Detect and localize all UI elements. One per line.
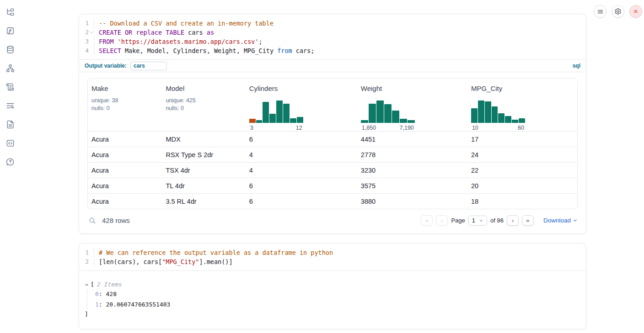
sql-code-editor[interactable]: 1-- Download a CSV and create an in-memo… <box>79 14 586 59</box>
table-cell: 6 <box>246 178 357 193</box>
table-cell: 20 <box>467 178 577 193</box>
line-number: 4 <box>79 46 94 55</box>
output-variable-input[interactable] <box>130 62 167 70</box>
tree-open-bracket: [ <box>91 280 94 289</box>
datasources-icon <box>6 45 15 54</box>
chevrons-right-icon: » <box>526 217 529 224</box>
table-cell: RSX Type S 2dr <box>162 147 245 162</box>
variables-icon <box>6 26 15 35</box>
first-page-button[interactable]: « <box>421 215 433 226</box>
scratchpad-button[interactable] <box>5 81 16 92</box>
line-number: 1 <box>79 19 94 28</box>
topbar-controls <box>594 5 642 18</box>
histogram-bar <box>392 111 399 123</box>
chevron-down-icon <box>479 218 483 223</box>
histogram-bar <box>283 104 290 123</box>
tree-entry: 0: 428 <box>95 289 586 300</box>
histogram-bar <box>256 120 263 123</box>
sql-cell: 1-- Download a CSV and create an in-memo… <box>79 14 586 234</box>
snippets-button[interactable] <box>5 137 16 148</box>
table-footer: 428 rows « ‹ Page 1 of 86 › » Download <box>87 209 578 233</box>
previous-page-button[interactable]: ‹ <box>436 215 448 226</box>
page-select[interactable]: 1 <box>468 216 487 226</box>
line-number: 3 <box>79 37 94 46</box>
download-button[interactable]: Download <box>543 217 578 224</box>
histogram-bar <box>376 100 384 123</box>
dependency-graph-button[interactable] <box>5 63 16 74</box>
table-cell: 3.5 RL 4dr <box>162 194 245 209</box>
histogram-bar <box>505 116 511 123</box>
table-cell: MDX <box>162 132 245 147</box>
next-page-button[interactable]: › <box>507 215 519 226</box>
code-line: 3FROM 'https://datasets.marimo.app/cars.… <box>79 37 586 46</box>
table-cell: 4 <box>246 147 357 162</box>
documentation-button[interactable] <box>5 119 16 130</box>
python-code-editor[interactable]: 1# We can reference the output variable … <box>79 243 586 270</box>
table-cell: TSX 4dr <box>162 163 245 178</box>
histogram-bar <box>492 106 498 123</box>
last-page-button[interactable]: » <box>522 215 534 226</box>
table-cell: Acura <box>88 163 162 178</box>
line-number: 2 <box>79 28 94 37</box>
column-header-make[interactable]: Makeunique: 38nulls: 0 <box>88 85 162 131</box>
histogram-bar <box>276 100 283 123</box>
tree-root: [2 Items <box>85 280 586 289</box>
data-table: Makeunique: 38nulls: 0Modelunique: 425nu… <box>87 78 578 209</box>
table-cell: Acura <box>88 194 162 209</box>
table-cell: 6 <box>246 132 357 147</box>
file-explorer-button[interactable] <box>5 6 16 17</box>
code-line: 1-- Download a CSV and create an in-memo… <box>79 19 586 28</box>
datasources-button[interactable] <box>5 44 16 55</box>
variables-button[interactable] <box>5 25 16 36</box>
table-cell: 3880 <box>357 194 467 209</box>
page-select-value: 1 <box>472 217 475 224</box>
column-stats: unique: 38nulls: 0 <box>91 97 158 112</box>
tree-items-count: 2 Items <box>97 280 122 289</box>
table-cell: 24 <box>467 147 577 162</box>
table-cell: 3230 <box>357 163 467 178</box>
table-row: AcuraMDX6445117 <box>88 131 577 147</box>
histogram-bar <box>249 119 256 123</box>
help-button[interactable] <box>5 156 16 167</box>
column-header-weight[interactable]: Weight1,8507,190 <box>357 85 467 131</box>
tree-entries: 0: 4281: 20.060747663551403 <box>87 289 586 310</box>
help-icon <box>6 158 15 166</box>
close-button[interactable] <box>629 5 642 18</box>
table-cell: 3575 <box>357 178 467 193</box>
chevrons-left-icon: « <box>425 217 429 224</box>
column-header-model[interactable]: Modelunique: 425nulls: 0 <box>162 85 245 131</box>
histogram-bar <box>498 113 504 123</box>
code-line: 2CREATE OR replace TABLE cars as <box>79 28 586 37</box>
table-cell: 4451 <box>357 132 467 147</box>
fold-chevron-icon[interactable] <box>90 31 93 34</box>
file-explorer-icon <box>6 8 15 16</box>
code-text: -- Download a CSV and create an in-memor… <box>94 19 274 28</box>
language-badge: sql <box>573 63 580 69</box>
column-name: Model <box>166 85 242 92</box>
table-cell: 18 <box>467 194 577 209</box>
settings-button[interactable] <box>612 5 624 18</box>
menu-button[interactable] <box>594 5 606 18</box>
tree-entry-key: 1 <box>95 301 99 308</box>
logs-button[interactable] <box>5 100 16 111</box>
tree-close-bracket: ] <box>85 310 586 319</box>
tree-collapse-chevron-icon[interactable] <box>85 283 89 287</box>
tree-entry-key: 0 <box>95 291 99 297</box>
table-cell: 6 <box>246 194 357 209</box>
line-number: 2 <box>79 257 94 266</box>
code-text: CREATE OR replace TABLE cars as <box>94 28 214 37</box>
histogram-range-labels: 1,8507,190 <box>361 125 415 131</box>
column-stats: unique: 425nulls: 0 <box>166 97 242 112</box>
page-total-label: of 86 <box>490 217 504 224</box>
column-histogram: 1060 <box>471 99 525 131</box>
column-name: MPG_City <box>471 85 574 92</box>
table-row: Acura3.5 RL 4dr6388018 <box>88 193 577 209</box>
column-name: Weight <box>361 85 464 92</box>
column-header-mpg_city[interactable]: MPG_City1060 <box>467 85 577 131</box>
notebook: 1-- Download a CSV and create an in-memo… <box>79 14 586 329</box>
code-line: 1# We can reference the output variable … <box>79 248 586 257</box>
histogram-bar <box>478 100 484 123</box>
table-row: AcuraRSX Type S 2dr4277824 <box>88 147 577 162</box>
column-header-cylinders[interactable]: Cylinders312 <box>246 85 357 131</box>
search-icon[interactable] <box>88 217 97 225</box>
